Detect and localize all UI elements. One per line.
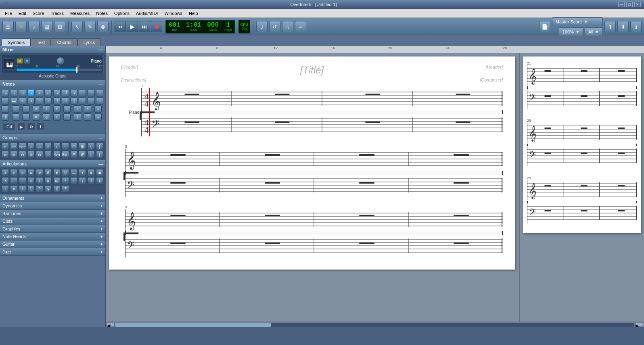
erase-tool-button[interactable]: ⊗ [97,21,109,32]
curve2-btn[interactable]: ⌣ [94,113,102,121]
play-button[interactable]: ▶ [127,21,138,32]
line-btn[interactable]: | [74,113,81,121]
rest-128th[interactable]: 𝅂 [70,97,77,105]
group-sym-7[interactable]: ↕ [53,143,61,150]
group-sym-24[interactable]: ] [96,151,103,158]
diamond-btn[interactable]: ◇ [43,113,50,121]
tie-btn[interactable]: ⌢ [2,105,9,113]
master-score-dropdown[interactable]: Master Score ▼ [552,17,603,26]
record-button[interactable]: ⏺ [151,21,162,32]
art-dot[interactable]: • [79,169,86,176]
group-sym-4[interactable]: ♪ [27,143,35,150]
tab-text[interactable]: Text [31,38,51,46]
art-accent[interactable]: > [2,169,9,176]
sharp-btn[interactable]: # [53,105,61,113]
menu-help[interactable]: Help [186,10,201,17]
art-tenuto[interactable]: ≤ [19,169,26,176]
group-sym-6[interactable]: 𝄃 [44,143,52,150]
mute-button[interactable]: M [17,58,23,64]
group-sym-18[interactable]: ⊙ [44,151,52,158]
info-button[interactable]: ℹ [630,21,642,32]
tab-symbols[interactable]: Symbols [2,38,31,46]
art-arr-up[interactable]: ↑ [70,177,77,184]
part-dropdown[interactable]: All ▼ [585,27,603,36]
score-icon-button[interactable]: 📄 [539,21,550,32]
import-button[interactable]: ⬆ [604,21,616,32]
note-double-whole[interactable]: 𝅜 [2,89,9,96]
graphics-header[interactable]: Graphics + [0,225,105,232]
toolbar-edit-button[interactable]: ✎ [15,21,27,32]
art-plus[interactable]: + [2,185,9,192]
art-circle[interactable]: ○ [27,177,35,184]
dbl-sharp-btn[interactable]: × [84,105,91,113]
note-info-button[interactable]: ℹ [37,123,45,131]
rest-16th[interactable]: 𝄿 [44,97,52,105]
hscroll-left-btn[interactable]: ◀ [107,323,115,327]
rest-eighth[interactable]: 𝄾 [36,97,43,105]
zoom-dropdown[interactable]: 100% ▼ [559,27,583,36]
rest-double-whole[interactable]: — [2,97,9,105]
export-button[interactable]: ⬇ [617,21,629,32]
tab-lyrics[interactable]: Lyrics [77,38,101,46]
notes-collapse-icon[interactable]: — [98,82,103,86]
menu-options[interactable]: Options [111,10,133,17]
art-trem4[interactable]: ⁴ [62,177,69,184]
triplet-btn[interactable]: 3 [33,105,40,113]
art-caret[interactable]: ∧ [2,177,9,184]
art-bass-clef[interactable]: 𝄢 [62,185,69,192]
art-slash[interactable]: / [19,185,26,192]
group-sym-17[interactable]: ⊘ [36,151,43,158]
art-trem3[interactable]: /// [53,177,61,184]
art-mid[interactable]: · [19,177,26,184]
metronome-button[interactable]: ♩ [256,21,268,32]
horizontal-scrollbar[interactable]: ◀ ▶ [106,322,644,327]
group-sym-20[interactable]: 8vb [62,151,69,158]
group-sym-11[interactable]: { [88,143,95,150]
stem-dn-btn[interactable]: 𝄢 [12,113,19,121]
rest-half[interactable]: ▪ [19,97,26,105]
art-staccato-down[interactable]: ▽ [62,169,69,176]
note-128th[interactable]: 𝅘𝅥𝅱 [70,89,77,96]
midi-button[interactable]: ♫ [282,21,293,32]
note-eighth[interactable]: ♪ [36,89,43,96]
group-sym-5[interactable]: ♫ [36,143,43,150]
menu-notes[interactable]: Notes [93,10,111,17]
toolbar-music-button[interactable]: ♪ [28,21,40,32]
groups-header[interactable]: Groups — [0,134,105,141]
art-tenuto-acc[interactable]: ≥ [10,169,17,176]
noteheads-header[interactable]: Note Heads + [0,233,105,240]
note-half[interactable]: 𝅗𝅥 [19,89,26,96]
rewind-button[interactable]: ⏮ [115,21,126,32]
group-sym-22[interactable]: ∉ [79,151,86,158]
art-floor[interactable]: ⌐ [10,177,17,184]
rest-256th[interactable]: 𝅃 [79,97,86,105]
note-rest-q[interactable]: 𝄼 [88,89,95,96]
group-sym-15[interactable]: ⊖ [19,151,26,158]
art-v[interactable]: ∨ [88,169,95,176]
art-square[interactable]: ■ [96,169,103,176]
menu-windows[interactable]: Windows [161,10,186,17]
group-sym-19[interactable]: 8va [53,151,61,158]
note-sixteenth[interactable]: ♫ [44,89,52,96]
note-quarter[interactable]: 𝅘𝅥 [27,89,35,96]
dot1-btn[interactable]: · [12,105,19,113]
dbl-flat-btn[interactable]: 𝄫 [94,105,102,113]
art-backslash[interactable]: \ [27,185,35,192]
grace-btn[interactable]: ♩ [43,105,50,113]
rest-whole[interactable]: ▬ [10,97,17,105]
note-rest-e[interactable]: 𝄾 [96,89,103,96]
note-64th[interactable]: 𝅘𝅥𝅰 [62,89,69,96]
menu-tracks[interactable]: Tracks [47,10,67,17]
group-sym-10[interactable]: ⊞ [79,143,86,150]
toolbar-grid-button[interactable]: ⊞ [54,21,65,32]
art-check[interactable]: ∨ [44,185,52,192]
art-line[interactable]: — [70,169,77,176]
art-staccatissimo[interactable]: ▼ [53,169,61,176]
note-32nd[interactable]: 𝅘𝅥𝅯 [53,89,61,96]
jazz-header[interactable]: Jazz + [0,248,105,255]
stem-up-btn[interactable]: 𝄞 [2,113,9,121]
note-dot[interactable]: · [79,89,86,96]
menu-audiomidi[interactable]: Audio/MIDI [133,10,161,17]
play-note-button[interactable]: ▶ [17,123,25,131]
rest-512th[interactable]: 𝅄 [88,97,95,105]
